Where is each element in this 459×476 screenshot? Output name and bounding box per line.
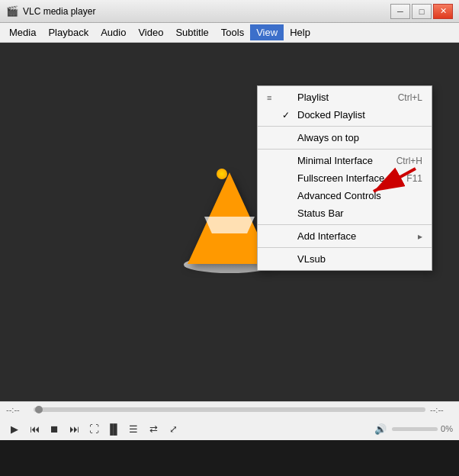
seek-bar-row: --:-- --:-- (0, 402, 459, 417)
menu-item-playlist[interactable]: ≡ Playlist Ctrl+L (258, 88, 432, 106)
docked-label: Docked Playlist (297, 109, 415, 121)
divider-1 (258, 126, 432, 127)
docked-icon (267, 111, 279, 120)
time-start: --:-- (6, 405, 29, 414)
divider-3 (258, 224, 432, 225)
always-on-top-label: Always on top (297, 132, 415, 143)
add-interface-shortcut: ▸ (418, 231, 422, 242)
menu-help[interactable]: Help (284, 24, 316, 40)
status-bar-label: Status Bar (297, 207, 415, 219)
menu-media[interactable]: Media (3, 24, 42, 40)
playlist-toggle-button[interactable]: ☰ (125, 420, 142, 437)
next-button[interactable]: ⏭ (66, 420, 82, 437)
advanced-check (282, 191, 294, 201)
minimal-check (282, 156, 294, 166)
content-area: ≡ Playlist Ctrl+L ✓ Docked Playlist Alwa… (0, 43, 459, 401)
vlsub-check (282, 254, 294, 265)
docked-check: ✓ (282, 110, 294, 121)
volume-label: 0% (441, 424, 453, 433)
app-icon: 🎬 (6, 5, 18, 18)
fullscreen-icon (267, 174, 279, 183)
mute-button[interactable]: 🔊 (372, 420, 389, 437)
menu-subtitle[interactable]: Subtitle (169, 24, 214, 40)
time-end: --:-- (430, 405, 453, 414)
cone-stripe (204, 217, 255, 233)
add-interface-label: Add Interface (297, 230, 410, 242)
menu-item-minimal-interface[interactable]: Minimal Interface Ctrl+H (258, 152, 432, 169)
vlsub-icon (267, 255, 279, 264)
fullscreen-shortcut: F11 (406, 173, 422, 184)
volume-bar[interactable] (392, 427, 438, 431)
menu-tools[interactable]: Tools (215, 24, 250, 40)
minimize-button[interactable]: ─ (390, 4, 410, 19)
menu-audio[interactable]: Audio (95, 24, 132, 40)
menu-item-fullscreen-interface[interactable]: Fullscreen Interface F11 (258, 169, 432, 187)
playlist-check (282, 92, 294, 103)
always-on-top-icon (267, 133, 279, 143)
menu-item-vlsub[interactable]: VLsub (258, 250, 432, 268)
playlist-label: Playlist (297, 92, 390, 103)
close-button[interactable]: ✕ (433, 4, 453, 19)
minimal-label: Minimal Interface (297, 155, 389, 166)
divider-2 (258, 149, 432, 150)
fullscreen-button[interactable]: ⛶ (85, 420, 102, 437)
stop-button[interactable]: ⏹ (46, 420, 63, 437)
menu-item-advanced-controls[interactable]: Advanced Controls (258, 187, 432, 204)
menu-item-add-interface[interactable]: Add Interface ▸ (258, 227, 432, 245)
menu-bar: Media Playback Audio Video Subtitle Tool… (0, 23, 459, 43)
menu-item-always-on-top[interactable]: Always on top (258, 129, 432, 146)
menu-item-status-bar[interactable]: Status Bar (258, 204, 432, 222)
loop-button[interactable]: ⇄ (145, 420, 162, 437)
extended-button[interactable]: ▐▌ (105, 420, 122, 437)
fullscreen-label: Fullscreen Interface (297, 172, 399, 184)
always-on-top-check (282, 133, 294, 143)
volume-section: 🔊 0% (372, 420, 453, 437)
play-button[interactable]: ▶ (6, 420, 23, 437)
menu-view[interactable]: View (250, 24, 284, 40)
advanced-icon (267, 191, 279, 201)
maximize-button[interactable]: □ (412, 4, 432, 19)
random-button[interactable]: ⤢ (165, 420, 181, 437)
menu-playback[interactable]: Playback (42, 24, 95, 40)
advanced-label: Advanced Controls (297, 190, 415, 201)
divider-4 (258, 247, 432, 248)
menu-video[interactable]: Video (132, 24, 169, 40)
title-bar: 🎬 VLC media player ─ □ ✕ (0, 0, 459, 23)
bottom-bar: --:-- --:-- ▶ ⏮ ⏹ ⏭ ⛶ ▐▌ ☰ ⇄ ⤢ 🔊 0% (0, 401, 459, 440)
window-title: VLC media player (23, 6, 390, 17)
vlsub-label: VLsub (297, 253, 415, 265)
status-bar-icon (267, 209, 279, 218)
minimal-shortcut: Ctrl+H (396, 156, 422, 166)
minimal-icon (267, 156, 279, 166)
add-interface-check (282, 231, 294, 242)
playlist-icon: ≡ (267, 93, 279, 102)
playlist-shortcut: Ctrl+L (398, 92, 422, 103)
fullscreen-check (282, 173, 294, 184)
view-dropdown-menu: ≡ Playlist Ctrl+L ✓ Docked Playlist Alwa… (257, 85, 432, 271)
seek-bar[interactable] (34, 407, 425, 412)
controls-row: ▶ ⏮ ⏹ ⏭ ⛶ ▐▌ ☰ ⇄ ⤢ 🔊 0% (0, 417, 459, 440)
window-controls: ─ □ ✕ (390, 4, 453, 19)
menu-item-docked-playlist[interactable]: ✓ Docked Playlist (258, 106, 432, 124)
add-interface-icon (267, 232, 279, 241)
status-bar-check (282, 208, 294, 219)
cone-tip (217, 169, 227, 179)
seek-thumb[interactable] (35, 406, 43, 413)
prev-button[interactable]: ⏮ (26, 420, 43, 437)
